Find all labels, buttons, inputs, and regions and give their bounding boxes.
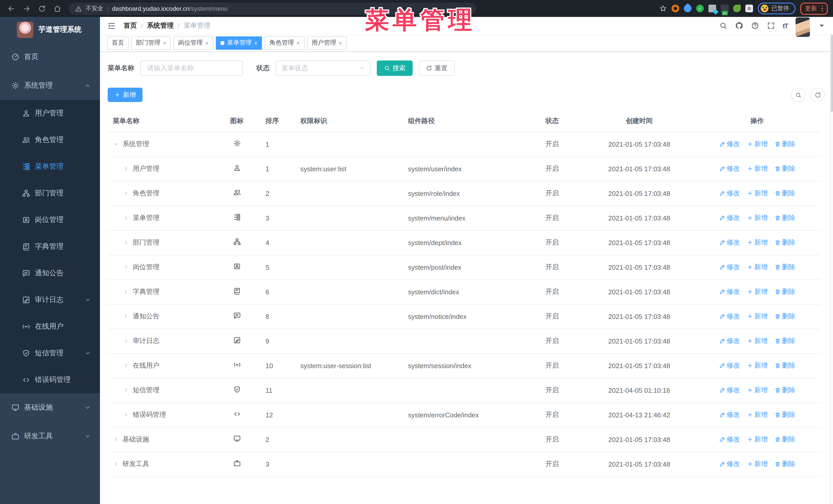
- action-修改[interactable]: 修改: [719, 164, 740, 173]
- extension-icon[interactable]: [671, 5, 679, 12]
- status-select[interactable]: 菜单状态: [276, 61, 371, 76]
- tab-菜单管理[interactable]: 菜单管理×: [216, 36, 262, 49]
- help-icon[interactable]: [751, 22, 759, 30]
- extension-icon[interactable]: on: [721, 5, 729, 12]
- action-修改[interactable]: 修改: [719, 336, 740, 345]
- action-删除[interactable]: 删除: [774, 189, 795, 198]
- tree-expand-icon[interactable]: [123, 362, 129, 369]
- action-修改[interactable]: 修改: [719, 312, 740, 321]
- sidebar-item-错误码管理[interactable]: 错误码管理: [0, 367, 100, 393]
- action-新增[interactable]: 新增: [747, 336, 768, 345]
- action-新增[interactable]: 新增: [747, 213, 768, 222]
- sidebar-item-字典管理[interactable]: 字典管理: [0, 233, 100, 260]
- action-删除[interactable]: 删除: [774, 213, 795, 222]
- sidebar-item-基础设施[interactable]: 基础设施: [0, 393, 100, 422]
- sidebar-item-岗位管理[interactable]: 岗位管理: [0, 207, 100, 233]
- sidebar-item-部门管理[interactable]: 部门管理: [0, 180, 100, 207]
- sidebar-item-通知公告[interactable]: 通知公告: [0, 260, 100, 287]
- tab-用户管理[interactable]: 用户管理×: [307, 36, 347, 49]
- sidebar-item-首页[interactable]: 首页: [0, 43, 100, 71]
- tab-岗位管理[interactable]: 岗位管理×: [173, 36, 213, 49]
- sidebar-logo[interactable]: 芋道管理系统: [0, 17, 100, 43]
- action-删除[interactable]: 删除: [774, 361, 795, 370]
- tree-expand-icon[interactable]: [123, 289, 129, 295]
- action-修改[interactable]: 修改: [719, 140, 740, 149]
- tree-expand-icon[interactable]: [123, 313, 129, 319]
- action-新增[interactable]: 新增: [747, 312, 768, 321]
- action-新增[interactable]: 新增: [747, 263, 768, 272]
- sidebar-item-用户管理[interactable]: 用户管理: [0, 100, 100, 127]
- browser-reload-icon[interactable]: [36, 2, 48, 15]
- action-新增[interactable]: 新增: [747, 238, 768, 247]
- search-button[interactable]: 搜索: [377, 61, 413, 76]
- tree-expand-icon[interactable]: [123, 412, 129, 418]
- extension-icon[interactable]: [709, 5, 716, 12]
- action-新增[interactable]: 新增: [747, 459, 768, 469]
- tree-expand-icon[interactable]: [123, 387, 129, 393]
- breadcrumb-home[interactable]: 首页: [123, 21, 137, 30]
- extension-icon[interactable]: [733, 5, 741, 12]
- action-删除[interactable]: 删除: [774, 386, 795, 395]
- menu-name-input[interactable]: 请输入菜单名称: [140, 61, 243, 76]
- action-删除[interactable]: 删除: [774, 140, 795, 149]
- sidebar-item-短信管理[interactable]: 短信管理: [0, 340, 100, 367]
- profile-paused-pill[interactable]: 已暂停: [758, 3, 795, 14]
- browser-home-icon[interactable]: [51, 2, 64, 15]
- browser-back-icon[interactable]: [5, 2, 18, 15]
- action-新增[interactable]: 新增: [747, 287, 768, 296]
- action-新增[interactable]: 新增: [747, 164, 768, 173]
- sidebar-item-菜单管理[interactable]: 菜单管理: [0, 153, 100, 180]
- tree-expand-icon[interactable]: [123, 239, 129, 246]
- tab-部门管理[interactable]: 部门管理×: [131, 36, 171, 49]
- extension-icon[interactable]: ✓: [696, 5, 704, 12]
- reset-button[interactable]: 重置: [419, 61, 455, 76]
- action-删除[interactable]: 删除: [774, 435, 795, 444]
- browser-update-button[interactable]: 更新: [800, 2, 828, 15]
- action-修改[interactable]: 修改: [719, 410, 740, 419]
- action-修改[interactable]: 修改: [719, 435, 740, 444]
- action-删除[interactable]: 删除: [774, 459, 795, 469]
- bookmark-star-icon[interactable]: [659, 5, 667, 12]
- collapse-sidebar-icon[interactable]: [107, 21, 116, 30]
- scrollbar[interactable]: [830, 34, 833, 504]
- tree-expand-icon[interactable]: [113, 141, 119, 147]
- sidebar-item-审计日志[interactable]: 审计日志: [0, 287, 100, 313]
- action-修改[interactable]: 修改: [719, 213, 740, 222]
- action-删除[interactable]: 删除: [774, 336, 795, 345]
- tab-角色管理[interactable]: 角色管理×: [265, 36, 305, 49]
- action-修改[interactable]: 修改: [719, 189, 740, 198]
- user-avatar[interactable]: [795, 18, 810, 37]
- action-新增[interactable]: 新增: [747, 189, 768, 198]
- action-修改[interactable]: 修改: [719, 459, 740, 469]
- sidebar-item-系统管理[interactable]: 系统管理: [0, 71, 100, 100]
- sidebar-item-角色管理[interactable]: 角色管理: [0, 127, 100, 153]
- action-删除[interactable]: 删除: [774, 312, 795, 321]
- extension-icon[interactable]: [682, 3, 693, 14]
- action-新增[interactable]: 新增: [747, 140, 768, 149]
- tab-close-icon[interactable]: ×: [163, 40, 166, 46]
- github-icon[interactable]: [735, 22, 743, 30]
- sidebar-item-研发工具[interactable]: 研发工具: [0, 422, 100, 451]
- tab-close-icon[interactable]: ×: [296, 40, 300, 46]
- browser-forward-icon[interactable]: [21, 2, 33, 15]
- fullscreen-icon[interactable]: [767, 22, 775, 30]
- add-button[interactable]: 新增: [108, 88, 143, 102]
- action-新增[interactable]: 新增: [747, 386, 768, 395]
- header-search-icon[interactable]: [719, 22, 727, 30]
- tab-close-icon[interactable]: ×: [254, 40, 258, 46]
- action-修改[interactable]: 修改: [719, 287, 740, 296]
- action-删除[interactable]: 删除: [774, 238, 795, 247]
- action-新增[interactable]: 新增: [747, 410, 768, 419]
- sidebar-item-在线用户[interactable]: 在线用户: [0, 313, 100, 340]
- kebab-menu-icon[interactable]: [822, 6, 823, 11]
- breadcrumb-system[interactable]: 系统管理: [147, 21, 173, 30]
- refresh-table-icon[interactable]: [810, 88, 825, 102]
- tab-首页[interactable]: 首页: [107, 36, 129, 49]
- action-修改[interactable]: 修改: [719, 386, 740, 395]
- action-删除[interactable]: 删除: [774, 410, 795, 419]
- action-新增[interactable]: 新增: [747, 435, 768, 444]
- tree-expand-icon[interactable]: [123, 338, 129, 344]
- tab-close-icon[interactable]: ×: [205, 40, 209, 46]
- tree-expand-icon[interactable]: [113, 461, 119, 467]
- extensions-puzzle-icon[interactable]: [745, 5, 753, 12]
